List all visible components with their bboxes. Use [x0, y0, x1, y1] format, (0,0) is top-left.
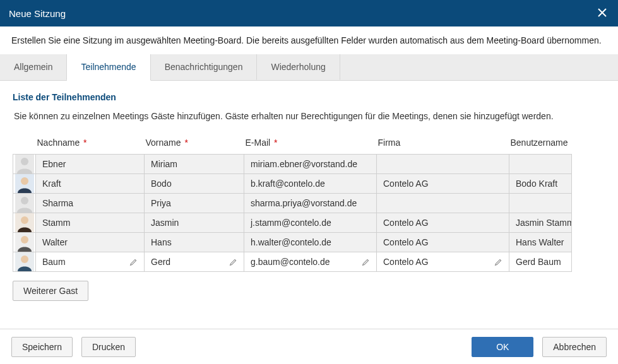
cell-lastname: Stamm — [36, 213, 145, 233]
cell-firstname-editable[interactable]: Gerd — [145, 252, 244, 272]
required-marker: * — [271, 138, 277, 148]
cell-firstname: Bodo — [145, 174, 244, 194]
cell-email: h.walter@contelo.de — [244, 233, 377, 252]
svg-point-3 — [21, 177, 28, 185]
avatar-cell — [13, 213, 36, 233]
table-header-row: Nachname * Vorname * E-Mail * Firma Benu… — [13, 132, 572, 155]
avatar-cell — [13, 194, 36, 213]
close-button[interactable] — [595, 5, 609, 21]
section-description: Sie können zu einzelnen Meetings Gäste h… — [13, 111, 605, 121]
required-marker: * — [182, 138, 188, 148]
titlebar: Neue Sitzung — [0, 0, 618, 26]
avatar-placeholder-icon — [15, 155, 34, 173]
pencil-icon — [494, 258, 502, 266]
cell-username: Bodo Kraft — [509, 174, 572, 194]
avatar-cell — [13, 155, 36, 174]
pencil-icon — [229, 258, 237, 266]
cell-email: j.stamm@contelo.de — [244, 213, 377, 233]
cell-lastname: Walter — [36, 233, 145, 252]
cell-email: sharma.priya@vorstand.de — [244, 194, 377, 213]
svg-point-7 — [21, 216, 28, 224]
avatar-cell — [13, 174, 36, 194]
tab-bar: Allgemein Teilnehmende Benachrichtigunge… — [0, 54, 618, 81]
cell-company: Contelo AG — [377, 233, 509, 252]
avatar-icon — [15, 252, 34, 271]
col-firstname: Vorname * — [145, 132, 244, 155]
avatar-icon — [15, 174, 34, 193]
svg-point-9 — [21, 236, 28, 244]
cell-email: b.kraft@contelo.de — [244, 174, 377, 194]
cell-email: miriam.ebner@vorstand.de — [244, 155, 377, 174]
cell-company — [377, 194, 509, 213]
avatar-cell — [13, 252, 36, 272]
cell-lastname-editable[interactable]: Baum — [36, 252, 145, 272]
tab-wiederholung[interactable]: Wiederholung — [257, 54, 340, 80]
ok-button[interactable]: OK — [472, 337, 533, 357]
dialog-title: Neue Sitzung — [9, 8, 66, 19]
col-lastname: Nachname * — [36, 132, 145, 155]
cell-username: Jasmin Stamm — [509, 213, 572, 233]
participants-table: Nachname * Vorname * E-Mail * Firma Benu… — [13, 132, 572, 272]
table-row: Walter Hans h.walter@contelo.de Contelo … — [13, 233, 572, 252]
table-row-editable: Baum Gerd g.baum@contelo.de — [13, 252, 572, 272]
cell-company-editable[interactable]: Contelo AG — [377, 252, 509, 272]
save-button[interactable]: Speichern — [11, 337, 73, 357]
col-avatar — [13, 132, 36, 155]
cell-firstname: Hans — [145, 233, 244, 252]
tab-benachrichtigungen[interactable]: Benachrichtigungen — [151, 54, 258, 80]
cell-email-editable[interactable]: g.baum@contelo.de — [244, 252, 377, 272]
cell-username: Gerd Baum — [509, 252, 572, 272]
dialog-footer: Speichern Drucken OK Abbrechen — [0, 329, 618, 364]
cell-username — [509, 194, 572, 213]
pencil-icon — [362, 258, 370, 266]
cell-company: Contelo AG — [377, 174, 509, 194]
tab-content: Liste der Teilnehmenden Sie können zu ei… — [0, 81, 618, 325]
cell-lastname: Sharma — [36, 194, 145, 213]
col-company: Firma — [377, 132, 509, 155]
svg-point-5 — [21, 197, 28, 204]
avatar-icon — [15, 213, 34, 232]
dialog-description: Erstellen Sie eine Sitzung im ausgewählt… — [0, 26, 618, 54]
cell-lastname: Kraft — [36, 174, 145, 194]
avatar-icon — [15, 233, 34, 252]
avatar-cell — [13, 233, 36, 252]
tab-allgemein[interactable]: Allgemein — [0, 54, 67, 80]
table-row: Ebner Miriam miriam.ebner@vorstand.de — [13, 155, 572, 174]
table-row: Kraft Bodo b.kraft@contelo.de Contelo AG… — [13, 174, 572, 194]
cancel-button[interactable]: Abbrechen — [542, 337, 607, 357]
close-icon — [598, 8, 607, 17]
cell-firstname: Jasmin — [145, 213, 244, 233]
required-marker: * — [81, 138, 86, 148]
cell-username — [509, 155, 572, 174]
section-title: Liste der Teilnehmenden — [13, 92, 605, 102]
cell-firstname: Miriam — [145, 155, 244, 174]
svg-point-11 — [21, 255, 28, 263]
svg-point-1 — [21, 158, 28, 165]
cell-company — [377, 155, 509, 174]
col-email: E-Mail * — [244, 132, 377, 155]
cell-firstname: Priya — [145, 194, 244, 213]
add-guest-button[interactable]: Weiterer Gast — [13, 281, 88, 301]
cell-lastname: Ebner — [36, 155, 145, 174]
participants-table-wrap: Nachname * Vorname * E-Mail * Firma Benu… — [13, 132, 605, 272]
tab-teilnehmende[interactable]: Teilnehmende — [67, 54, 150, 81]
avatar-placeholder-icon — [15, 194, 34, 213]
cell-company: Contelo AG — [377, 213, 509, 233]
pencil-icon — [129, 258, 138, 266]
col-username: Benutzername — [509, 132, 572, 155]
cell-username: Hans Walter — [509, 233, 572, 252]
print-button[interactable]: Drucken — [81, 337, 136, 357]
table-row: Stamm Jasmin j.stamm@contelo.de Contelo … — [13, 213, 572, 233]
table-row: Sharma Priya sharma.priya@vorstand.de — [13, 194, 572, 213]
